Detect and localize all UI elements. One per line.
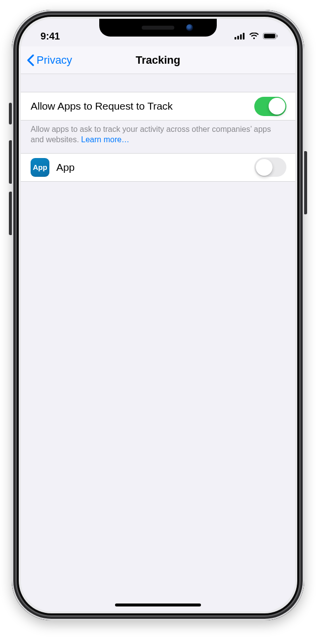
speaker-grille (142, 26, 174, 30)
learn-more-link[interactable]: Learn more… (81, 135, 129, 144)
front-camera (186, 24, 193, 31)
power-button (304, 151, 307, 214)
app-name-label: App (56, 161, 247, 173)
app-tracking-row: AppApp (21, 153, 295, 182)
home-indicator[interactable] (115, 604, 201, 606)
nav-header: Privacy Tracking (21, 46, 295, 74)
svg-rect-2 (240, 35, 241, 40)
back-label: Privacy (37, 54, 72, 67)
allow-apps-tracking-row: Allow Apps to Request to Track (21, 92, 295, 121)
svg-rect-1 (237, 36, 239, 40)
chevron-left-icon (27, 54, 35, 66)
svg-rect-5 (264, 34, 276, 39)
status-time: 9:41 (40, 31, 60, 42)
settings-content: Allow Apps to Request to Track Allow app… (21, 74, 295, 611)
wifi-icon (249, 33, 259, 40)
allow-apps-tracking-toggle[interactable] (254, 97, 286, 116)
app-icon: App (31, 158, 49, 177)
status-icons (235, 33, 278, 40)
notch (99, 19, 217, 37)
footer-text: Allow apps to ask to track your activity… (31, 125, 271, 144)
battery-icon (263, 33, 278, 40)
app-tracking-toggle[interactable] (254, 158, 286, 177)
back-button[interactable]: Privacy (27, 54, 72, 67)
allow-apps-tracking-label: Allow Apps to Request to Track (31, 100, 247, 112)
allow-apps-tracking-footer: Allow apps to ask to track your activity… (21, 121, 295, 153)
screen: 9:41 (21, 19, 295, 611)
svg-rect-0 (235, 37, 236, 40)
phone-frame: 9:41 (12, 10, 304, 620)
svg-rect-3 (243, 33, 244, 40)
cellular-signal-icon (235, 33, 245, 40)
svg-rect-6 (276, 35, 277, 37)
